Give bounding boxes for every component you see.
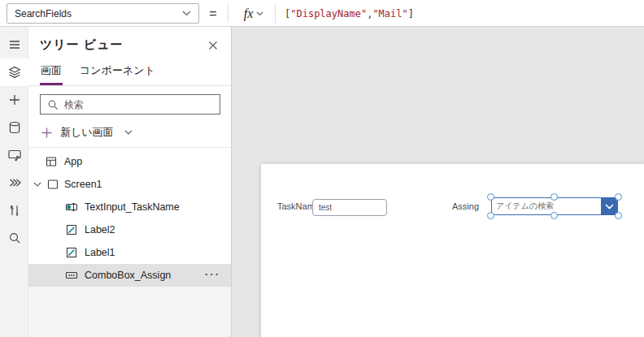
tools-icon xyxy=(7,203,22,218)
control-tree: App Screen1 TextInput_TaskName Label2 xyxy=(28,148,231,287)
data-button[interactable] xyxy=(0,114,28,141)
tree-item-label: Screen1 xyxy=(64,179,102,190)
resize-handle-bottom-right[interactable] xyxy=(615,212,622,219)
tree-item-label: TextInput_TaskName xyxy=(85,201,180,213)
panel-empty-area xyxy=(28,287,231,337)
tree-view-button[interactable] xyxy=(0,58,28,86)
media-icon xyxy=(7,148,22,162)
assign-label-control[interactable]: Assing xyxy=(452,201,479,211)
power-automate-icon xyxy=(7,175,22,190)
more-options-icon[interactable]: ··· xyxy=(205,268,220,280)
tree-item-app[interactable]: App xyxy=(28,150,231,173)
combobox-placeholder: アイテムの検索 xyxy=(492,201,554,212)
formula-token: "DisplayName" xyxy=(290,8,367,19)
database-icon xyxy=(7,120,22,135)
tree-item-label: ComboBox_Assign xyxy=(85,270,171,281)
taskname-text-input-control[interactable] xyxy=(312,199,387,216)
text-input-icon xyxy=(65,201,78,214)
fx-icon: fx xyxy=(244,6,254,21)
power-automate-button[interactable] xyxy=(0,169,28,197)
resize-handle-top-right[interactable] xyxy=(615,193,622,201)
chevron-down-icon[interactable] xyxy=(33,182,41,188)
new-screen-button[interactable]: 新しい画面 xyxy=(28,119,231,148)
plus-icon xyxy=(41,127,53,139)
chevron-down-icon[interactable] xyxy=(124,130,133,136)
label-icon xyxy=(65,246,78,259)
resize-handle-top-middle[interactable] xyxy=(550,193,558,201)
insert-button[interactable] xyxy=(0,86,28,114)
tab-screens[interactable]: 画面 xyxy=(40,61,63,85)
formula-token: ] xyxy=(408,8,414,19)
resize-handle-bottom-left[interactable] xyxy=(487,212,494,219)
equals-sign: = xyxy=(204,0,222,27)
combobox-icon xyxy=(65,269,78,282)
formula-input[interactable]: [ "DisplayName" , "Mail" ] xyxy=(285,0,639,27)
formula-token: , xyxy=(367,8,372,19)
advanced-tools-button[interactable] xyxy=(0,197,28,224)
tree-item-label: Label1 xyxy=(85,247,115,258)
tree-search-input[interactable] xyxy=(64,99,213,110)
new-screen-label: 新しい画面 xyxy=(60,125,114,140)
tree-item-combobox-assign[interactable]: ComboBox_Assign ··· xyxy=(28,264,231,287)
tree-item-label2[interactable]: Label2 xyxy=(28,218,231,241)
property-selector-dropdown[interactable]: SearchFields xyxy=(7,3,199,24)
left-navigation-rail xyxy=(0,27,28,337)
rail-search-button[interactable] xyxy=(0,224,28,252)
tree-item-screen1[interactable]: Screen1 xyxy=(28,173,231,196)
search-icon xyxy=(47,99,59,110)
resize-handle-bottom-middle[interactable] xyxy=(550,212,558,219)
panel-title: ツリー ビュー xyxy=(40,37,124,53)
media-button[interactable] xyxy=(0,141,28,169)
divider xyxy=(275,4,276,23)
fx-dropdown-button[interactable]: fx xyxy=(235,0,272,27)
formula-token: [ xyxy=(285,8,290,19)
close-panel-button[interactable] xyxy=(207,39,220,52)
panel-tabs: 画面 コンポーネント xyxy=(28,61,231,86)
tree-item-textinput-taskname[interactable]: TextInput_TaskName xyxy=(28,196,231,218)
plus-icon xyxy=(7,93,22,107)
tree-item-label: Label2 xyxy=(85,224,115,235)
design-canvas: TaskName Assing アイテムの検索 xyxy=(231,27,644,337)
app-icon xyxy=(45,155,58,168)
resize-handle-top-left[interactable] xyxy=(487,193,494,201)
screen1-surface[interactable]: TaskName Assing アイテムの検索 xyxy=(261,164,644,337)
property-selector-value: SearchFields xyxy=(15,8,72,19)
tree-view-layers-icon xyxy=(7,65,22,80)
tab-components[interactable]: コンポーネント xyxy=(79,61,156,85)
label-icon xyxy=(65,223,78,236)
formula-token: "Mail" xyxy=(372,8,407,19)
formula-bar: SearchFields = fx [ "DisplayName" , "Mai… xyxy=(0,0,644,27)
tree-item-label: App xyxy=(64,156,82,167)
divider xyxy=(228,4,228,23)
chevron-down-icon xyxy=(256,11,263,16)
menu-button[interactable] xyxy=(0,31,28,58)
panel-header: ツリー ビュー xyxy=(28,27,231,56)
chevron-down-icon xyxy=(182,11,191,16)
tree-item-label1[interactable]: Label1 xyxy=(28,241,231,264)
tree-view-panel: ツリー ビュー 画面 コンポーネント 新しい画面 App xyxy=(28,27,231,337)
tree-search-box[interactable] xyxy=(40,94,220,114)
hamburger-menu-icon xyxy=(7,37,22,52)
search-icon xyxy=(7,231,22,245)
combobox-assign-control[interactable]: アイテムの検索 xyxy=(491,197,618,215)
screen-icon xyxy=(46,178,59,191)
